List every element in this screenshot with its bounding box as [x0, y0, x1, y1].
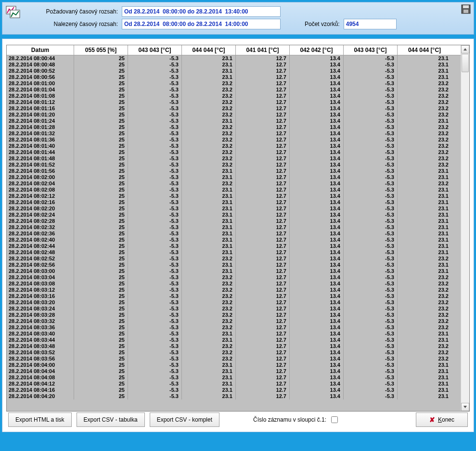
table-row[interactable]: 28.2.2014 08:03:0025-5.323.112.713.4-5.3…	[7, 268, 469, 274]
table-row[interactable]: 28.2.2014 08:02:4825-5.323.112.713.4-5.3…	[7, 249, 469, 256]
table-row[interactable]: 28.2.2014 08:00:5625-5.323.112.713.4-5.3…	[7, 74, 469, 80]
table-row[interactable]: 28.2.2014 08:00:5225-5.323.112.713.4-5.3…	[7, 68, 469, 74]
table-row[interactable]: 28.2.2014 08:02:1625-5.323.112.713.4-5.3…	[7, 199, 469, 206]
table-row[interactable]: 28.2.2014 08:02:1225-5.323.112.713.4-5.3…	[7, 193, 469, 199]
cell-value: 13.4	[290, 180, 344, 187]
table-row[interactable]: 28.2.2014 08:01:3225-5.323.212.713.4-5.3…	[7, 130, 469, 137]
cell-value: 13.4	[290, 368, 344, 374]
table-row[interactable]: 28.2.2014 08:01:0825-5.323.212.713.4-5.3…	[7, 93, 469, 99]
cell-value: -5.3	[128, 312, 182, 318]
cell-value: 25	[74, 68, 128, 74]
table-row[interactable]: 28.2.2014 08:01:0425-5.323.212.713.4-5.3…	[7, 87, 469, 93]
table-row[interactable]: 28.2.2014 08:03:3225-5.323.212.713.4-5.3…	[7, 318, 469, 324]
table-row[interactable]: 28.2.2014 08:02:0025-5.323.112.713.4-5.3…	[7, 174, 469, 180]
table-row[interactable]: 28.2.2014 08:03:1625-5.323.212.713.4-5.3…	[7, 293, 469, 299]
table-row[interactable]: 28.2.2014 08:00:4825-5.323.112.713.4-5.3…	[7, 62, 469, 68]
table-row[interactable]: 28.2.2014 08:01:3625-5.323.212.713.4-5.3…	[7, 137, 469, 143]
data-grid[interactable]: Datum055 055 [%]043 043 [°C]044 044 [°C]…	[6, 45, 470, 412]
close-button[interactable]: ✘ Konec	[416, 412, 468, 427]
table-row[interactable]: 28.2.2014 08:04:1225-5.323.112.713.4-5.3…	[7, 381, 469, 387]
column-header[interactable]: 055 055 [%]	[74, 45, 128, 55]
table-row[interactable]: 28.2.2014 08:02:3625-5.323.112.713.4-5.3…	[7, 231, 469, 237]
table-row[interactable]: 28.2.2014 08:02:2425-5.323.112.713.4-5.3…	[7, 212, 469, 218]
table-row[interactable]: 28.2.2014 08:03:2025-5.323.212.713.4-5.3…	[7, 299, 469, 306]
cell-value: 23.2	[182, 287, 236, 293]
cell-value: -5.3	[128, 256, 182, 262]
cell-value: 23.2	[398, 80, 451, 87]
vertical-scrollbar[interactable]	[461, 45, 469, 411]
table-row[interactable]: 28.2.2014 08:01:4025-5.323.212.713.4-5.3…	[7, 143, 469, 149]
save-disk-icon[interactable]	[461, 4, 471, 14]
table-row[interactable]: 28.2.2014 08:01:5225-5.323.212.713.4-5.3…	[7, 162, 469, 168]
record-in-col1-checkbox[interactable]	[331, 416, 338, 423]
table-row[interactable]: 28.2.2014 08:03:2825-5.323.212.713.4-5.3…	[7, 312, 469, 318]
table-row[interactable]: 28.2.2014 08:03:3625-5.323.212.713.4-5.3…	[7, 324, 469, 331]
grid-header-row: Datum055 055 [%]043 043 [°C]044 044 [°C]…	[7, 45, 469, 55]
cell-value: -5.3	[128, 99, 182, 105]
scroll-thumb[interactable]	[462, 54, 469, 72]
export-html-button[interactable]: Export HTML a tisk	[8, 412, 72, 427]
table-row[interactable]: 28.2.2014 08:01:4825-5.323.212.713.4-5.3…	[7, 155, 469, 162]
table-row[interactable]: 28.2.2014 08:04:0825-5.323.112.713.4-5.3…	[7, 374, 469, 381]
table-row[interactable]: 28.2.2014 08:03:5625-5.323.212.713.4-5.3…	[7, 356, 469, 362]
column-header[interactable]: 041 041 [°C]	[236, 45, 290, 55]
table-row[interactable]: 28.2.2014 08:02:5225-5.323.212.713.4-5.3…	[7, 256, 469, 262]
export-csv-full-button[interactable]: Export CSV - komplet	[150, 412, 219, 427]
table-row[interactable]: 28.2.2014 08:03:4425-5.323.112.713.4-5.3…	[7, 337, 469, 343]
found-range-input[interactable]	[122, 19, 281, 29]
table-row[interactable]: 28.2.2014 08:04:1625-5.323.112.713.4-5.3…	[7, 387, 469, 393]
requested-range-input[interactable]	[122, 6, 281, 17]
table-row[interactable]: 28.2.2014 08:02:2825-5.323.112.713.4-5.3…	[7, 218, 469, 224]
table-row[interactable]: 28.2.2014 08:03:5225-5.323.212.713.4-5.3…	[7, 349, 469, 356]
table-row[interactable]: 28.2.2014 08:01:0025-5.323.212.713.4-5.3…	[7, 80, 469, 87]
table-row[interactable]: 28.2.2014 08:04:2025-5.323.112.713.4-5.3…	[7, 393, 469, 399]
table-row[interactable]: 28.2.2014 08:01:2425-5.323.112.713.4-5.3…	[7, 118, 469, 124]
cell-value: 23.2	[182, 112, 236, 118]
column-header[interactable]: 044 044 [°C]	[182, 45, 236, 55]
table-row[interactable]: 28.2.2014 08:01:2025-5.323.212.713.4-5.3…	[7, 112, 469, 118]
cell-value: -5.3	[344, 237, 398, 243]
table-row[interactable]: 28.2.2014 08:01:4425-5.323.212.713.4-5.3…	[7, 149, 469, 155]
table-row[interactable]: 28.2.2014 08:01:5625-5.323.112.713.4-5.3…	[7, 168, 469, 174]
table-row[interactable]: 28.2.2014 08:01:1225-5.323.212.713.4-5.3…	[7, 99, 469, 105]
cell-value: 23.2	[182, 281, 236, 287]
cell-value: 13.4	[290, 55, 344, 62]
cell-value: 23.2	[398, 124, 451, 130]
cell-datum: 28.2.2014 08:02:20	[7, 206, 74, 212]
scroll-down-arrow[interactable]	[461, 403, 469, 411]
table-row[interactable]: 28.2.2014 08:03:4025-5.323.112.713.4-5.3…	[7, 331, 469, 337]
cell-value: 23.1	[182, 249, 236, 256]
grid-body[interactable]: 28.2.2014 08:00:4425-5.323.112.713.4-5.3…	[7, 55, 469, 411]
table-row[interactable]: 28.2.2014 08:02:5625-5.323.112.713.4-5.3…	[7, 262, 469, 268]
column-header[interactable]: 043 043 [°C]	[128, 45, 182, 55]
table-row[interactable]: 28.2.2014 08:01:1625-5.323.212.713.4-5.3…	[7, 105, 469, 112]
cell-value: 12.7	[236, 387, 290, 393]
table-row[interactable]: 28.2.2014 08:04:0025-5.323.112.713.4-5.3…	[7, 362, 469, 368]
column-header[interactable]: 044 044 [°C]	[398, 45, 451, 55]
table-row[interactable]: 28.2.2014 08:02:4025-5.323.112.713.4-5.3…	[7, 237, 469, 243]
table-row[interactable]: 28.2.2014 08:03:0425-5.323.212.713.4-5.3…	[7, 274, 469, 281]
table-row[interactable]: 28.2.2014 08:03:2425-5.323.212.713.4-5.3…	[7, 306, 469, 312]
column-header[interactable]: 043 043 [°C]	[344, 45, 398, 55]
cell-value: 23.2	[398, 155, 451, 162]
table-row[interactable]: 28.2.2014 08:02:3225-5.323.112.713.4-5.3…	[7, 224, 469, 231]
table-row[interactable]: 28.2.2014 08:02:0825-5.323.112.713.4-5.3…	[7, 187, 469, 193]
table-row[interactable]: 28.2.2014 08:02:2025-5.323.112.713.4-5.3…	[7, 206, 469, 212]
table-row[interactable]: 28.2.2014 08:03:4825-5.323.212.713.4-5.3…	[7, 343, 469, 349]
table-row[interactable]: 28.2.2014 08:01:2825-5.323.212.713.4-5.3…	[7, 124, 469, 130]
export-csv-table-button[interactable]: Export CSV - tabulka	[77, 412, 145, 427]
sample-count-input[interactable]	[344, 19, 397, 29]
cell-value: 13.4	[290, 331, 344, 337]
cell-value: 12.7	[236, 74, 290, 80]
table-row[interactable]: 28.2.2014 08:03:0825-5.323.212.713.4-5.3…	[7, 281, 469, 287]
cell-value: -5.3	[344, 149, 398, 155]
table-row[interactable]: 28.2.2014 08:00:4425-5.323.112.713.4-5.3…	[7, 55, 469, 62]
table-row[interactable]: 28.2.2014 08:04:0425-5.323.112.713.4-5.3…	[7, 368, 469, 374]
cell-value: -5.3	[128, 130, 182, 137]
column-header[interactable]: 042 042 [°C]	[290, 45, 344, 55]
table-row[interactable]: 28.2.2014 08:03:1225-5.323.212.713.4-5.3…	[7, 287, 469, 293]
table-row[interactable]: 28.2.2014 08:02:4425-5.323.112.713.4-5.3…	[7, 243, 469, 249]
scroll-up-arrow[interactable]	[461, 45, 469, 53]
column-header[interactable]: Datum	[7, 45, 74, 55]
table-row[interactable]: 28.2.2014 08:02:0425-5.323.212.713.4-5.3…	[7, 180, 469, 187]
